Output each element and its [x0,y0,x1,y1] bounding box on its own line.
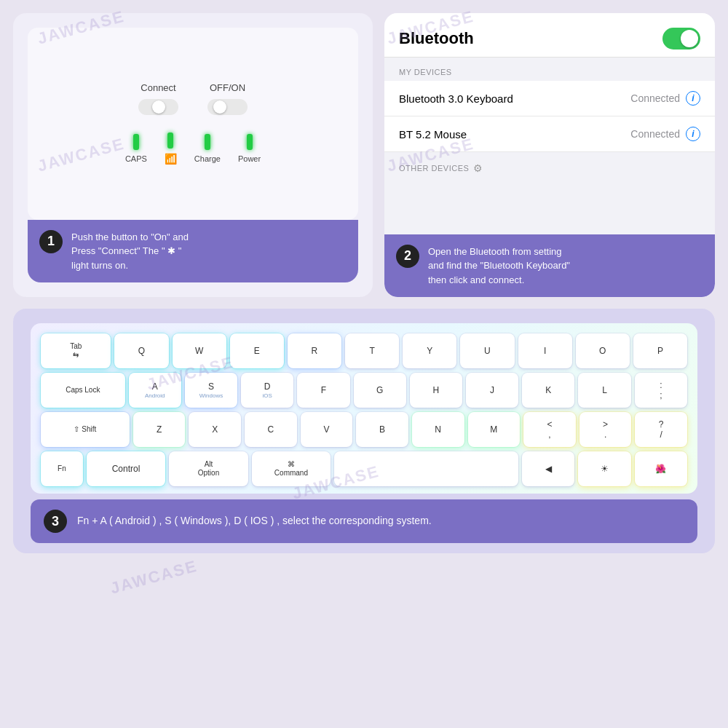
main-container: Connect OFF/ON CAPS [0,0,728,728]
device-2: BT 5.2 Mouse Connected i [384,116,715,152]
key-fn[interactable]: Fn [41,451,83,486]
key-o[interactable]: O [576,333,630,368]
key-backlight[interactable]: 🌺 [635,451,687,486]
key-q[interactable]: Q [114,333,168,368]
key-e[interactable]: E [230,333,284,368]
key-t[interactable]: T [345,333,399,368]
key-g[interactable]: G [354,373,406,408]
key-n[interactable]: N [412,412,464,447]
key-f[interactable]: F [297,373,349,408]
key-shift-label: ⇧ Shift [74,425,96,434]
key-space[interactable] [334,451,518,486]
key-y[interactable]: Y [403,333,456,368]
key-control-label: Control [112,464,141,474]
key-j[interactable]: J [466,373,518,408]
key-l[interactable]: L [578,373,630,408]
key-semicolon[interactable]: :; [635,373,687,408]
key-a-label: AAndroid [145,381,165,400]
key-slash-label: ?/ [659,419,664,440]
key-b-label: B [379,424,385,435]
key-control[interactable]: Control [87,451,165,486]
step1-number: 1 [39,230,63,253]
key-f-label: F [321,385,326,395]
key-v-label: V [323,424,329,435]
step2-number: 2 [396,245,419,268]
bluetooth-toggle[interactable] [662,28,700,50]
panel-hardware: Connect OFF/ON CAPS [13,13,373,297]
device2-status-text: Connected [630,128,680,140]
key-z-label: Z [157,424,162,435]
key-j-label: J [490,385,494,395]
key-l-label: L [602,385,607,395]
key-tab[interactable]: Tab⇆ [41,333,111,368]
connect-group: Connect [138,82,178,115]
key-q-label: Q [138,346,145,356]
key-u[interactable]: U [460,333,514,368]
key-period[interactable]: >. [579,412,632,447]
key-i-label: I [544,346,546,356]
device2-status: Connected i [630,127,700,141]
key-comma-label: <, [547,419,552,440]
offon-label: OFF/ON [210,82,245,93]
step1-text: Push the button to "On" andPress "Connec… [71,230,189,273]
offon-group: OFF/ON [207,82,248,115]
charge-label: Charge [194,154,221,163]
panel-bluetooth: Bluetooth MY DEVICES Bluetooth 3.0 Keybo… [384,13,715,297]
key-period-label: >. [603,419,608,440]
key-s-label: SWindows [199,381,223,400]
key-s[interactable]: SWindows [185,373,237,408]
key-p[interactable]: P [633,333,687,368]
key-row-1: Tab⇆ Q W E R T Y U I O P [41,333,687,368]
key-x[interactable]: X [189,412,241,447]
key-tab-label: Tab⇆ [70,342,82,360]
hardware-image: Connect OFF/ON CAPS [28,28,358,220]
key-comma[interactable]: <, [523,412,576,447]
key-slash[interactable]: ?/ [635,412,687,447]
key-caps-lock-label: Caps Lock [66,386,100,395]
device2-info-button[interactable]: i [686,127,700,141]
device1-info-button[interactable]: i [686,91,700,106]
key-v[interactable]: V [301,412,353,447]
bt-screen: Bluetooth MY DEVICES Bluetooth 3.0 Keybo… [384,13,715,234]
key-b[interactable]: B [356,412,408,447]
caps-indicator: CAPS [125,134,147,163]
key-t-label: T [369,346,374,356]
key-shift[interactable]: ⇧ Shift [41,412,130,447]
key-u-label: U [484,346,491,356]
offon-button[interactable] [207,99,248,115]
key-command[interactable]: ⌘Command [252,451,331,486]
key-fn-label: Fn [58,464,66,473]
key-option[interactable]: AltOption [169,451,248,486]
device1-status: Connected i [630,91,700,106]
key-semicolon-label: :; [660,380,662,401]
charge-led [205,134,210,150]
key-row-3: ⇧ Shift Z X C V B N M <, >. ?/ [41,412,687,447]
key-caps-lock[interactable]: Caps Lock [41,373,125,408]
key-r[interactable]: R [288,333,341,368]
key-z[interactable]: Z [133,412,186,447]
key-y-label: Y [427,346,432,356]
key-m[interactable]: M [468,412,521,447]
key-o-label: O [599,346,606,356]
key-row-4: Fn Control AltOption ⌘Command ◀ ☀ 🌺 [41,451,687,486]
key-option-label: AltOption [198,460,219,478]
key-left[interactable]: ◀ [522,451,574,486]
panel-keyboard: Tab⇆ Q W E R T Y U I O P Caps Lock AAndr… [13,309,715,553]
key-i[interactable]: I [518,333,572,368]
offon-slider [213,100,226,114]
device-1: Bluetooth 3.0 Keyboard Connected i [384,81,715,116]
my-devices-header: MY DEVICES [384,58,715,81]
wifi-indicator: 📶 [165,132,177,165]
key-d[interactable]: DiOS [241,373,293,408]
key-c[interactable]: C [245,412,297,447]
bt-header: Bluetooth [384,13,715,58]
key-a[interactable]: AAndroid [129,373,181,408]
key-w[interactable]: W [173,333,226,368]
connect-label: Connect [141,82,175,93]
device2-name: BT 5.2 Mouse [399,128,467,141]
key-k[interactable]: K [522,373,574,408]
connect-button[interactable] [138,99,178,115]
key-brightness[interactable]: ☀ [578,451,630,486]
loading-icon: ⚙ [473,162,483,174]
key-h[interactable]: H [410,373,462,408]
